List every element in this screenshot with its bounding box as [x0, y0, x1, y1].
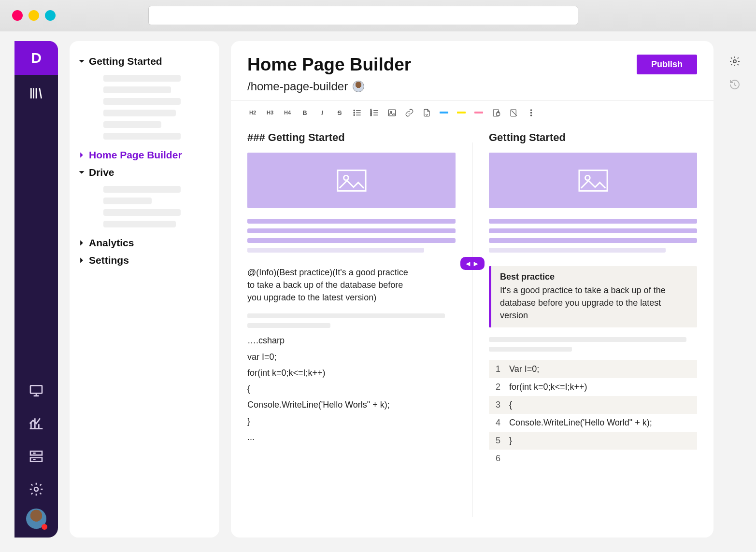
code-row: 2for(int k=0;k<=I;k++) [489, 378, 697, 396]
text-placeholder [489, 238, 697, 243]
text-placeholder [247, 238, 456, 243]
rail-monitor-icon[interactable] [22, 376, 51, 405]
text-placeholder [489, 337, 686, 342]
tree-node-drive[interactable]: Drive [78, 164, 211, 181]
tree-node-settings[interactable]: Settings [78, 252, 211, 269]
svg-rect-20 [579, 170, 607, 191]
app-logo-text: D [31, 50, 42, 66]
callout-title: Best practice [500, 272, 688, 282]
tree-label: Analytics [89, 237, 134, 249]
svg-rect-18 [337, 170, 365, 191]
page-slug[interactable]: /home-page-builder [247, 80, 348, 93]
source-pane[interactable]: ### Getting Started @(Info)(Best practic… [231, 122, 472, 538]
toolbar-file-icon[interactable] [421, 107, 432, 118]
code-row: 1Var I=0; [489, 360, 697, 378]
callout-body: It's a good practice to take a back up o… [500, 284, 688, 322]
toolbar-highlight-blue[interactable] [439, 107, 449, 118]
svg-point-5 [353, 112, 354, 113]
tree-label: Home Page Builder [89, 149, 182, 161]
tree-placeholder [103, 221, 176, 227]
image-placeholder-icon [489, 153, 697, 208]
text-placeholder [247, 219, 456, 224]
toolbar-h2[interactable]: H2 [247, 107, 258, 118]
right-strip [725, 41, 744, 538]
toolbar-italic[interactable]: I [317, 107, 328, 118]
code-row: 4 Console.WriteLine('Hello World" + k); [489, 414, 697, 432]
tree-label: Settings [89, 255, 129, 266]
svg-rect-0 [30, 385, 42, 393]
window-close-dot[interactable] [12, 10, 23, 21]
chevron-right-icon: ▸ [474, 259, 479, 268]
source-code-block: ….csharp var I=0; for(int k=0;k<=I;k++) … [247, 333, 456, 445]
text-placeholder [247, 248, 424, 253]
preview-code-block: 1Var I=0; 2for(int k=0;k<=I;k++) 3{ 4 Co… [489, 360, 697, 467]
app-rail: D [14, 41, 58, 538]
tree-placeholder [103, 110, 176, 116]
tree-placeholder [103, 86, 171, 93]
toolbar-highlight-pink[interactable] [473, 107, 484, 118]
address-bar[interactable] [148, 6, 578, 25]
tree-node-home-page-builder[interactable]: Home Page Builder [78, 146, 211, 164]
source-callout-raw: @(Info)(Best practice)(It's a good pract… [247, 266, 412, 304]
svg-point-22 [733, 60, 736, 63]
rail-stats-icon[interactable] [22, 409, 51, 438]
toolbar-h4[interactable]: H4 [282, 107, 293, 118]
source-heading: ### Getting Started [247, 131, 456, 144]
toolbar-lock-icon[interactable] [491, 107, 501, 118]
app-logo[interactable]: D [14, 41, 58, 75]
tree-placeholder [103, 209, 181, 216]
toolbar-ol-icon[interactable]: 123 [369, 107, 380, 118]
window-max-dot[interactable] [45, 10, 56, 21]
window-min-dot[interactable] [29, 10, 39, 21]
svg-rect-10 [388, 110, 395, 116]
tree-placeholder [103, 198, 152, 204]
toolbar-ul-icon[interactable] [352, 107, 362, 118]
browser-chrome [0, 0, 756, 31]
tree-label: Getting Started [89, 56, 162, 67]
text-placeholder [247, 323, 330, 328]
tree-placeholder [103, 186, 181, 193]
svg-point-3 [34, 487, 38, 491]
text-placeholder [489, 248, 666, 253]
toolbar-more-icon[interactable] [526, 107, 536, 118]
preview-heading: Getting Started [489, 131, 697, 144]
nav-tree: Getting Started Home Page Builder Drive … [70, 41, 219, 538]
toolbar-image-icon[interactable] [386, 107, 397, 118]
contributor-avatar[interactable] [353, 81, 364, 92]
tree-node-analytics[interactable]: Analytics [78, 234, 211, 252]
svg-point-21 [585, 175, 590, 180]
tree-node-getting-started[interactable]: Getting Started [78, 53, 211, 70]
tree-placeholder [103, 98, 181, 105]
rail-avatar[interactable] [26, 509, 46, 529]
code-row: 5} [489, 432, 697, 450]
toolbar-bold[interactable]: B [300, 107, 310, 118]
text-placeholder [247, 313, 445, 318]
svg-point-17 [530, 114, 531, 115]
svg-text:3: 3 [370, 113, 371, 116]
rail-archive-icon[interactable] [22, 442, 51, 471]
text-placeholder [489, 347, 572, 352]
page-title: Home Page Builder [247, 55, 411, 75]
editor-panel: Home Page Builder Publish /home-page-bui… [231, 41, 713, 538]
svg-point-4 [353, 110, 354, 111]
toolbar-noedit-icon[interactable] [508, 107, 519, 118]
rail-library-icon[interactable] [22, 79, 51, 108]
rail-settings-icon[interactable] [22, 475, 51, 504]
svg-rect-1 [30, 451, 42, 455]
svg-point-16 [530, 112, 531, 113]
toolbar-link-icon[interactable] [404, 107, 414, 118]
preview-pane: Getting Started Best practice It's a goo… [472, 122, 713, 538]
svg-point-19 [343, 175, 348, 180]
toolbar-strike[interactable]: S [334, 107, 345, 118]
tree-placeholder [103, 133, 181, 140]
toolbar-highlight-yellow[interactable] [456, 107, 467, 118]
svg-rect-13 [496, 113, 499, 115]
pane-resize-handle[interactable]: ◂ ▸ [460, 257, 485, 270]
tree-placeholder [103, 75, 181, 82]
info-callout: Best practice It's a good practice to ta… [489, 266, 697, 327]
settings-icon[interactable] [729, 56, 741, 69]
toolbar-h3[interactable]: H3 [265, 107, 275, 118]
publish-button[interactable]: Publish [637, 55, 697, 74]
code-row: 3{ [489, 396, 697, 414]
history-icon[interactable] [729, 79, 741, 92]
